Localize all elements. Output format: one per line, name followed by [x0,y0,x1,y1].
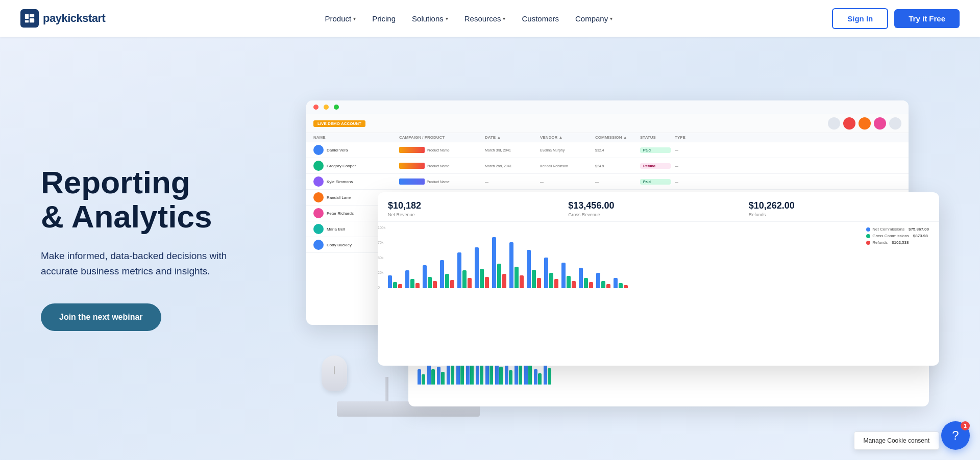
panel-toolbar: LIVE DEMO ACCOUNT [306,114,909,133]
logo[interactable]: paykickstart [20,9,105,28]
bar-group [579,268,593,288]
nav-pricing[interactable]: Pricing [372,14,396,23]
navbar: paykickstart Product ▾ Pricing Solutions… [0,0,980,37]
avatar [313,161,324,171]
chart-yaxis: 100k 75k 50k 25k 0 [378,222,385,293]
bar-group [405,270,420,288]
toolbar-icon-5 [889,117,901,130]
toolbar-icon-2 [843,117,855,130]
avatar [313,192,324,202]
toolbar-icon-1 [828,117,840,130]
avatar [313,176,324,187]
hero-subtitle: Make informed, data-backed decisions wit… [41,248,245,279]
chat-badge: 1 [961,421,970,430]
panel-header [306,100,909,114]
avatar [313,208,324,218]
window-maximize-dot [334,105,339,110]
metric-net-revenue: $10,182 Net Revenue [388,200,568,217]
window-close-dot [313,105,318,110]
nav-links: Product ▾ Pricing Solutions ▾ Resources … [325,14,613,23]
table-row: Daniel Vera Product Name March 3rd, 2041… [306,142,909,158]
toolbar-icons [828,117,901,130]
metric-refunds: $10,262.00 Refunds [749,200,929,217]
brand-logo-vidello [399,163,425,169]
window-minimize-dot [324,105,329,110]
signin-button[interactable]: Sign In [832,8,888,29]
svg-rect-3 [25,20,29,23]
logo-icon [20,9,39,28]
bar-group [614,278,628,288]
live-demo-badge: LIVE DEMO ACCOUNT [313,120,365,127]
bar-group [492,237,506,288]
bar-group [457,252,472,288]
table-row: Gregory Cooper Product Name March 2nd, 2… [306,158,909,174]
nav-solutions[interactable]: Solutions ▾ [412,14,448,23]
svg-rect-2 [30,18,34,22]
bar-group [527,250,541,288]
status-badge: Paid [640,179,671,185]
screen-stand [385,377,388,402]
tryfree-button[interactable]: Try it Free [894,9,960,28]
hero-title: Reporting & Analytics [41,166,286,234]
question-mark-icon: ? [952,428,959,443]
chat-button[interactable]: ? 1 [941,421,970,450]
chevron-down-icon: ▾ [446,16,448,21]
bar-group [596,273,610,288]
nav-company[interactable]: Company ▾ [575,14,612,23]
logo-text: paykickstart [43,12,105,25]
legend-item: Gross Commissions$873.98 [866,234,929,238]
toolbar-icon-4 [874,117,886,130]
bar-group [440,260,454,288]
chevron-down-icon: ▾ [610,16,612,21]
chevron-down-icon: ▾ [503,16,505,21]
hero-content: Reporting & Analytics Make informed, dat… [41,166,286,331]
bar-group [388,275,402,288]
toolbar-icon-3 [859,117,871,130]
bar-group [534,369,542,385]
table-row: Kyle Simmons Product Name —— — Paid — [306,174,909,190]
bar-chart: 100k 75k 50k 25k 0 [378,222,939,293]
status-badge: Paid [640,147,671,153]
nav-customers[interactable]: Customers [522,14,559,23]
bar-group [475,247,489,288]
bar-group [561,263,576,288]
metric-gross-revenue: $13,456.00 Gross Revenue [568,200,748,217]
hero-section: Reporting & Analytics Make informed, dat… [0,37,980,460]
dashboard-container: LIVE DEMO ACCOUNT Name Campaign / Produc… [306,90,939,406]
bar-group [418,369,425,385]
brand-logo-netdev [399,178,425,185]
table-header: Name Campaign / Product Date ▲ Vendor ▲ … [306,133,909,142]
nav-resources[interactable]: Resources ▾ [464,14,506,23]
bar-group [437,367,445,385]
webinar-button[interactable]: Join the next webinar [41,303,161,331]
hero-dashboard: LIVE DEMO ACCOUNT Name Campaign / Produc… [306,90,939,406]
avatar [313,145,324,155]
legend-item: Net Commissions$75,867.00 [866,227,929,232]
cookie-consent[interactable]: Manage Cookie consent [854,431,939,450]
avatar [313,224,324,234]
bar-group [505,364,512,385]
svg-rect-0 [25,14,29,19]
svg-rect-1 [30,14,34,17]
chart-legend: Net Commissions$75,867.00 Gross Commissi… [866,227,929,245]
bar-group [423,265,437,288]
mouse-device [322,355,347,391]
analytics-metrics: $10,182 Net Revenue $13,456.00 Gross Rev… [378,192,939,222]
avatar [313,240,324,250]
logo-svg [24,13,35,24]
legend-item: Refunds$102,538 [866,240,929,245]
nav-actions: Sign In Try it Free [832,8,960,29]
analytics-panel: $10,182 Net Revenue $13,456.00 Gross Rev… [378,192,939,366]
brand-logo-vidello [399,147,425,153]
nav-product[interactable]: Product ▾ [325,14,356,23]
chevron-down-icon: ▾ [353,16,356,21]
bar-group [544,258,558,288]
bar-group [509,242,524,288]
status-badge: Refund [640,163,671,169]
